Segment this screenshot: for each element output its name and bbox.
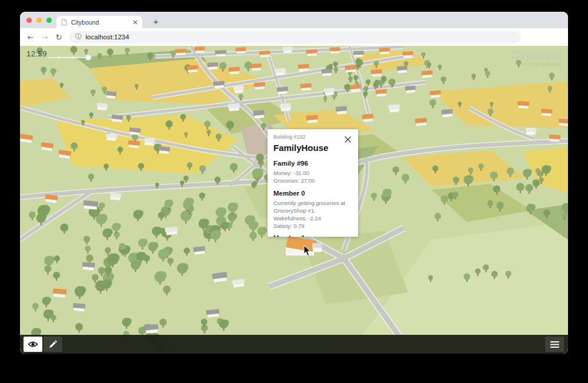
tree — [378, 80, 384, 86]
zoom-window-button[interactable] — [46, 18, 52, 23]
back-icon[interactable]: ← — [24, 33, 38, 42]
tree — [199, 165, 206, 172]
member-0-heading: Member 0 — [273, 190, 352, 197]
house — [82, 262, 95, 270]
tab-citybound[interactable]: Citybound — [56, 16, 142, 28]
house — [52, 288, 66, 298]
house-roof — [275, 68, 286, 73]
tree — [493, 185, 500, 192]
tree — [490, 172, 497, 179]
house — [422, 70, 433, 78]
tree — [256, 154, 263, 162]
house — [208, 62, 219, 70]
tree — [60, 223, 68, 231]
house-roof — [251, 63, 262, 68]
tree — [201, 318, 208, 325]
tree — [91, 89, 96, 95]
tab-close-icon[interactable] — [133, 20, 138, 25]
tree — [382, 189, 391, 197]
house — [371, 69, 383, 77]
house-roof — [336, 106, 348, 112]
house — [109, 193, 121, 200]
menu-button[interactable] — [545, 337, 564, 352]
house — [193, 246, 206, 255]
forward-icon[interactable]: → — [38, 33, 52, 42]
tree — [261, 123, 266, 128]
house — [195, 46, 206, 53]
tree — [148, 242, 158, 251]
house — [430, 90, 442, 98]
tree — [102, 86, 107, 92]
house-roof — [283, 46, 293, 51]
house-roof — [353, 51, 364, 55]
tree — [113, 231, 119, 237]
tree — [472, 74, 476, 79]
house — [45, 194, 58, 203]
tree — [490, 102, 493, 106]
version-label: v0.1.2-747-ge45a8ec0 — [522, 62, 560, 66]
tree — [485, 70, 490, 76]
house-roof — [549, 135, 560, 140]
minimize-window-button[interactable] — [36, 18, 42, 23]
house-roof — [322, 69, 332, 73]
tree — [526, 184, 533, 192]
tree — [452, 192, 458, 197]
tab-strip: Citybound + — [20, 12, 568, 28]
tree — [435, 213, 441, 219]
road-junction — [253, 162, 259, 167]
house-roof — [306, 49, 318, 53]
tree — [92, 274, 99, 281]
tree — [363, 86, 369, 92]
house — [128, 140, 141, 148]
house — [158, 146, 170, 154]
house — [376, 89, 387, 96]
house — [233, 86, 245, 93]
tree — [206, 130, 211, 134]
tree — [549, 73, 555, 79]
tree — [463, 273, 470, 280]
tree — [366, 79, 370, 84]
tree — [119, 243, 126, 250]
window-controls — [26, 18, 52, 23]
tree — [102, 229, 112, 238]
tree — [32, 303, 39, 310]
page-background: { "browser": { "tab_title": "Citybound",… — [0, 0, 588, 383]
tree — [226, 121, 234, 129]
house-roof — [345, 65, 356, 70]
planning-tool-button[interactable] — [44, 337, 62, 352]
time-speed-slider[interactable] — [48, 55, 92, 61]
house — [165, 227, 178, 236]
house-roof — [422, 70, 433, 76]
slider-tick[interactable] — [58, 56, 60, 59]
house-roof — [371, 69, 382, 75]
new-tab-button[interactable]: + — [149, 15, 162, 28]
house — [549, 135, 561, 142]
tree — [155, 183, 159, 187]
close-window-button[interactable] — [26, 18, 32, 23]
slider-handle[interactable] — [85, 55, 91, 61]
tree — [112, 223, 120, 231]
house — [283, 46, 293, 53]
site-info-icon[interactable]: ⓘ — [75, 33, 82, 41]
tree — [163, 285, 171, 293]
house — [353, 51, 365, 57]
tree — [533, 179, 540, 187]
tree — [355, 58, 362, 65]
reload-icon[interactable]: ↻ — [52, 33, 66, 42]
house — [415, 117, 427, 126]
house — [187, 65, 199, 73]
close-icon[interactable] — [344, 136, 352, 143]
house — [175, 49, 187, 55]
tree — [389, 79, 396, 86]
house — [405, 86, 416, 93]
house — [251, 63, 262, 71]
tree — [252, 169, 263, 179]
family-groceries: Groceries: 27.00 — [273, 177, 352, 184]
tree — [199, 219, 209, 229]
tree — [98, 53, 102, 57]
house — [236, 47, 247, 53]
address-bar[interactable]: ⓘ localhost:1234 — [69, 31, 521, 43]
slider-tick[interactable] — [71, 56, 74, 59]
tree — [84, 49, 88, 53]
inspection-tool-button[interactable] — [24, 337, 42, 352]
